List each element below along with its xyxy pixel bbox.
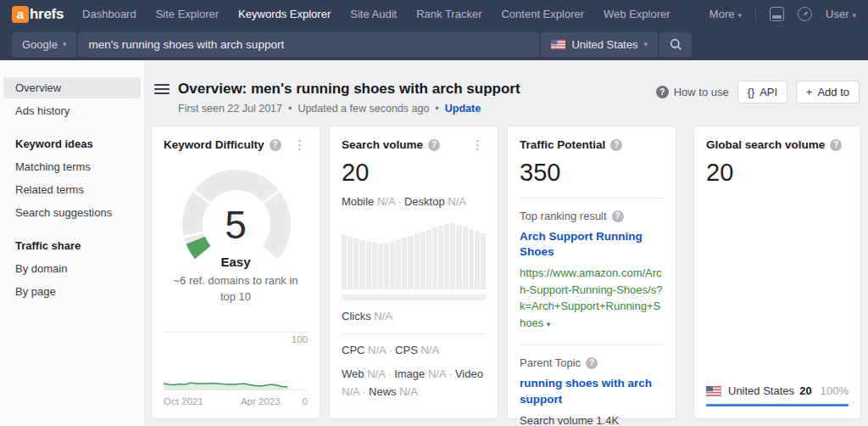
sidebar-header-traffic-share: Traffic share — [3, 235, 141, 256]
country-select[interactable]: United States ▾ — [539, 32, 658, 57]
browser-extension-icon[interactable] — [770, 7, 784, 21]
ahrefs-logo[interactable]: a hrefs — [12, 6, 64, 23]
braces-icon: {} — [748, 87, 754, 98]
nav-item-content-explorer[interactable]: Content Explorer — [501, 8, 584, 20]
nav-item-web-explorer[interactable]: Web Explorer — [604, 8, 670, 20]
traffic-potential-card: Traffic Potential ? 350 Top ranking resu… — [507, 126, 676, 419]
nav-more-menu[interactable]: More▾ — [709, 8, 742, 20]
ahrefs-app: a hrefs Dashboard Site Explorer Keywords… — [0, 0, 868, 426]
divider — [520, 345, 664, 345]
us-flag-icon — [706, 386, 721, 396]
question-icon[interactable]: ? — [610, 139, 622, 151]
sidebar-toggle-icon[interactable] — [154, 84, 170, 97]
sidebar-item-by-page[interactable]: By page — [3, 281, 141, 302]
user-menu[interactable]: User▾ — [826, 8, 856, 20]
chevron-down-icon: ▾ — [643, 40, 648, 48]
x-axis-line — [164, 390, 308, 390]
add-to-button[interactable]: + Add to — [796, 81, 860, 104]
country-name: United States — [728, 384, 794, 397]
country-volume-list: United States 20 100% — [706, 384, 849, 406]
question-icon[interactable]: ? — [830, 139, 842, 151]
kebab-menu-icon[interactable]: ⋮ — [292, 138, 308, 151]
card-title: Global search volume — [706, 138, 825, 151]
keyword-difficulty-card: Keyword Difficulty ? ⋮ 5 Easy ~6 ref. do… — [151, 126, 320, 419]
question-icon[interactable]: ? — [270, 139, 281, 151]
country-volume: 20 — [799, 384, 811, 397]
x-start-label: Oct 2021 — [164, 396, 203, 406]
nav-item-dashboard[interactable]: Dashboard — [82, 8, 136, 20]
device-split-row: Mobile N/A·Desktop N/A — [342, 193, 486, 211]
nav-item-rank-tracker[interactable]: Rank Tracker — [416, 8, 481, 20]
question-icon: ? — [656, 86, 669, 98]
kebab-menu-icon[interactable]: ⋮ — [470, 138, 486, 151]
keyword-difficulty-gauge: 5 — [164, 163, 308, 266]
traffic-potential-value: 350 — [520, 159, 664, 187]
card-title: Traffic Potential — [520, 138, 605, 151]
volume-share-bar — [706, 404, 849, 406]
sidebar-item-overview[interactable]: Overview — [3, 77, 141, 98]
top-ranking-result-label: Top ranking result ? — [520, 210, 664, 222]
search-icon — [670, 38, 682, 51]
chevron-down-icon: ▾ — [63, 40, 67, 48]
chevron-down-icon: ▾ — [737, 11, 742, 20]
kd-value: 5 — [164, 205, 308, 244]
sidebar-item-ads-history[interactable]: Ads history — [3, 100, 141, 121]
sidebar: Overview Ads history Keyword ideas Match… — [0, 60, 144, 426]
sidebar-item-matching-terms[interactable]: Matching terms — [3, 156, 141, 177]
chart-axis-placeholder — [342, 294, 486, 300]
serp-features-row: Web N/A·Image N/A·Video N/A·News N/A — [342, 366, 486, 401]
question-icon[interactable]: ? — [612, 210, 624, 222]
main-content: Overview: men's running shoes with arch … — [144, 60, 868, 426]
global-search-volume-card: Global search volume ? 20 United States — [693, 126, 861, 419]
divider — [520, 198, 664, 199]
chevron-down-icon: ▾ — [852, 11, 856, 20]
us-flag-icon — [551, 40, 565, 49]
parent-topic-label: Parent Topic ? — [520, 356, 664, 369]
y-min-label: 0 — [303, 396, 308, 406]
update-link[interactable]: Update — [445, 103, 481, 115]
usage-meter-icon[interactable] — [798, 7, 812, 21]
top-navbar: a hrefs Dashboard Site Explorer Keywords… — [0, 0, 868, 28]
y-max-label: 100 — [292, 334, 308, 345]
bullet-separator: • — [435, 103, 438, 115]
country-percent: 100% — [821, 384, 849, 397]
divider — [342, 334, 486, 334]
overview-header: Overview: men's running shoes with arch … — [144, 60, 868, 115]
global-volume-value: 20 — [706, 159, 849, 187]
nav-item-site-audit[interactable]: Site Audit — [350, 8, 397, 20]
nav-item-site-explorer[interactable]: Site Explorer — [156, 8, 219, 20]
country-volume-row: United States 20 100% — [706, 384, 849, 404]
search-submit-button[interactable] — [658, 32, 692, 57]
monthly-volume-bar-chart — [342, 221, 486, 289]
first-seen-text: First seen 22 Jul 2017 — [178, 103, 282, 115]
chevron-down-icon: ▾ — [547, 320, 551, 328]
search-volume-card: Search volume ? ⋮ 20 Mobile N/A·Desktop … — [329, 126, 498, 419]
question-icon[interactable]: ? — [428, 139, 440, 151]
how-to-use-link[interactable]: ? How to use — [656, 86, 729, 98]
top-result-url-link[interactable]: https://www.amazon.com/Arch-Support-Runn… — [520, 265, 664, 331]
updated-text: Updated a few seconds ago — [298, 103, 429, 115]
search-engine-select[interactable]: Google ▾ — [12, 32, 78, 57]
ahrefs-logo-mark: a — [12, 6, 29, 23]
x-end-label: Apr 2023 — [241, 396, 281, 406]
api-button[interactable]: {} API — [737, 81, 787, 104]
question-icon[interactable]: ? — [586, 357, 598, 369]
kd-description: ~6 ref. domains to rank in top 10 — [164, 273, 308, 305]
cpc-cps-row: CPC N/A·CPS N/A — [342, 342, 486, 360]
kd-history-chart: 100 Oct 2021 Apr 2023 0 — [164, 332, 308, 406]
sidebar-item-by-domain[interactable]: By domain — [3, 258, 141, 279]
sidebar-item-search-suggestions[interactable]: Search suggestions — [3, 202, 141, 223]
navbar-divider — [755, 7, 756, 22]
ahrefs-logo-text: hrefs — [30, 6, 64, 23]
card-title: Keyword Difficulty — [164, 138, 264, 151]
nav-item-keywords-explorer[interactable]: Keywords Explorer — [238, 8, 331, 20]
clicks-row: Clicks N/A — [342, 308, 486, 326]
top-result-title-link[interactable]: Arch Support Running Shoes — [520, 229, 664, 260]
plus-icon: + — [806, 87, 812, 98]
parent-topic-link[interactable]: running shoes with arch support — [520, 376, 664, 406]
card-title: Search volume — [342, 138, 423, 151]
keyword-search-input[interactable] — [78, 32, 539, 57]
keyword-meta: First seen 22 Jul 2017 • Updated a few s… — [178, 103, 520, 115]
search-volume-value: 20 — [342, 159, 486, 187]
sidebar-item-related-terms[interactable]: Related terms — [3, 179, 141, 200]
